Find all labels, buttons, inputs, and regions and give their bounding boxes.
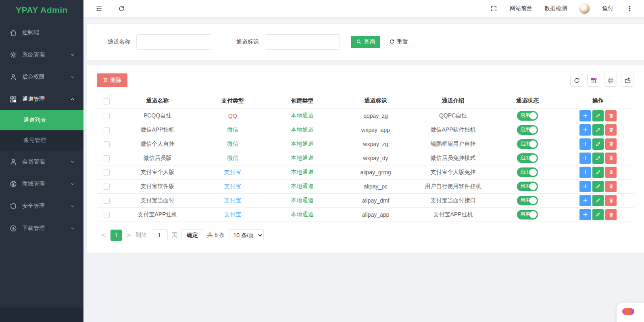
select-all-checkbox[interactable]	[104, 98, 110, 105]
fullscreen-icon[interactable]	[490, 4, 498, 13]
move-button[interactable]	[579, 209, 591, 220]
cell-channel-code: alipay_app	[338, 207, 413, 222]
delete-row-button[interactable]	[605, 110, 617, 121]
status-label: 启用	[520, 211, 530, 218]
goto-page-input[interactable]	[151, 229, 168, 241]
sidebar-subitem-account-manage[interactable]: 账号管理	[0, 130, 83, 151]
row-checkbox[interactable]	[104, 198, 110, 204]
table-toolbar: 删除	[97, 73, 634, 87]
table-row: 支付宝当面付支付宝本地通道alipay_dmf支付宝当面付接口启用	[97, 193, 634, 207]
toggle-knob	[529, 183, 537, 190]
site-front-link[interactable]: 网站前台	[510, 5, 532, 12]
move-button[interactable]	[579, 195, 591, 206]
sidebar-item-control[interactable]: 控制端	[0, 21, 83, 44]
columns-button[interactable]	[587, 74, 600, 87]
query-button[interactable]: 查询	[351, 36, 380, 48]
move-button[interactable]	[579, 138, 591, 150]
row-checkbox[interactable]	[104, 127, 110, 133]
refresh-page-icon[interactable]	[117, 4, 125, 13]
move-button[interactable]	[579, 167, 591, 178]
pencil-icon	[596, 113, 601, 118]
column-header: 通道标识	[338, 94, 413, 109]
page-number-1[interactable]: 1	[110, 230, 122, 241]
channel-code-group: 通道标识	[236, 34, 340, 50]
export-button[interactable]	[621, 74, 634, 87]
status-toggle[interactable]: 启用	[517, 167, 538, 177]
move-button[interactable]	[579, 181, 591, 192]
status-toggle[interactable]: 启用	[517, 111, 538, 121]
table-row: 微信店员版微信本地通道wxpay_dy微信店员免挂模式启用	[97, 151, 634, 165]
query-button-label: 查询	[364, 38, 375, 46]
sidebar-item-security[interactable]: 安全管理	[0, 195, 83, 217]
status-toggle[interactable]: 启用	[517, 182, 538, 191]
next-page-icon[interactable]: >	[126, 231, 131, 239]
row-checkbox[interactable]	[104, 184, 110, 190]
cell-channel-intro: 鲲鹏框架用户自挂	[413, 137, 493, 151]
toggle-knob	[529, 197, 537, 204]
topbar-left	[95, 4, 125, 13]
cell-channel-code: alipay_pc	[338, 179, 413, 193]
row-checkbox[interactable]	[104, 155, 110, 161]
cell-channel-name: 微信店员版	[116, 151, 199, 165]
goto-confirm-button[interactable]: 确定	[181, 229, 203, 241]
collapse-sidebar-icon[interactable]	[95, 4, 103, 13]
delete-row-button[interactable]	[605, 209, 617, 220]
sidebar-item-member[interactable]: 会员管理	[0, 151, 83, 173]
sidebar-item-system[interactable]: 系统管理	[0, 44, 83, 66]
row-checkbox[interactable]	[104, 169, 110, 176]
row-checkbox[interactable]	[104, 212, 110, 218]
delete-row-button[interactable]	[605, 195, 617, 206]
delete-row-button[interactable]	[605, 138, 617, 150]
delete-row-button[interactable]	[605, 181, 617, 192]
total-count-label: 共 8 条	[207, 232, 225, 239]
sidebar-item-permission[interactable]: 后台权限	[0, 66, 83, 88]
edit-button[interactable]	[592, 153, 604, 164]
edit-button[interactable]	[592, 138, 604, 150]
status-toggle[interactable]: 启用	[517, 153, 538, 163]
sidebar-subitem-channel-list[interactable]: 通道列表	[0, 110, 83, 130]
edit-button[interactable]	[592, 195, 604, 206]
status-toggle[interactable]: 启用	[517, 125, 538, 135]
kebab-menu-icon[interactable]	[625, 4, 634, 13]
print-button[interactable]	[604, 74, 617, 87]
table-row: 支付宝个人版支付宝本地通道alipay_grmg支付宝个人版免挂启用	[97, 165, 634, 179]
move-icon	[583, 141, 588, 146]
move-button[interactable]	[579, 124, 591, 136]
cell-create-type: 本地通道	[267, 207, 338, 222]
delete-row-button[interactable]	[605, 167, 617, 178]
delete-button[interactable]: 删除	[97, 73, 127, 87]
status-toggle[interactable]: 启用	[517, 210, 538, 220]
floating-widget[interactable]	[617, 303, 644, 322]
status-toggle[interactable]: 启用	[517, 139, 538, 149]
channel-code-input[interactable]	[265, 34, 340, 50]
status-label: 启用	[520, 155, 530, 161]
sidebar-item-download[interactable]: 下载管理	[0, 217, 83, 239]
edit-button[interactable]	[592, 209, 604, 220]
edit-button[interactable]	[592, 124, 604, 136]
channel-name-input[interactable]	[136, 34, 211, 50]
edit-button[interactable]	[592, 181, 604, 192]
table-refresh-button[interactable]	[570, 74, 583, 87]
username[interactable]: 鱼付	[602, 5, 613, 12]
edit-button[interactable]	[592, 167, 604, 178]
delete-row-button[interactable]	[605, 153, 617, 164]
row-checkbox[interactable]	[104, 113, 110, 119]
data-check-link[interactable]: 数据检测	[544, 5, 567, 12]
sidebar-item-channel[interactable]: 通道管理	[0, 88, 83, 110]
prev-page-icon[interactable]: <	[101, 231, 106, 239]
row-checkbox[interactable]	[104, 141, 110, 147]
sidebar-item-label: 系统管理	[22, 51, 45, 59]
move-button[interactable]	[579, 153, 591, 164]
page-size-select[interactable]: 10 条/页	[229, 229, 264, 241]
cell-channel-code: wxpay_zg	[338, 137, 413, 151]
delete-button-label: 删除	[110, 77, 121, 84]
reset-button[interactable]: 重置	[384, 36, 413, 48]
chevron-down-icon	[70, 181, 75, 187]
edit-button[interactable]	[592, 110, 604, 121]
sidebar-item-mall[interactable]: 商城管理	[0, 173, 83, 195]
move-button[interactable]	[579, 110, 591, 121]
pencil-icon	[596, 212, 601, 217]
delete-row-button[interactable]	[605, 124, 617, 136]
avatar[interactable]	[579, 3, 590, 14]
status-toggle[interactable]: 启用	[517, 196, 538, 205]
